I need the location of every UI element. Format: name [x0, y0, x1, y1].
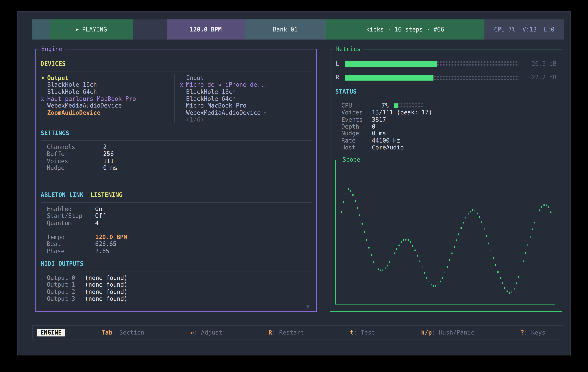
- device-label: WebexMediaAudioDevice: [47, 102, 122, 109]
- scope-dot: [509, 292, 510, 294]
- input-device-item[interactable]: BlackHole 16ch: [179, 89, 312, 95]
- output-list-header[interactable]: >Output: [41, 74, 174, 81]
- meter-track: [345, 61, 519, 67]
- scope-dot: [479, 216, 480, 218]
- input-device-item[interactable]: WebexMediaAudioDevice▼: [179, 109, 312, 116]
- row-label: Output 0: [47, 274, 85, 282]
- pattern-display[interactable]: kicks · 16 steps · #66: [326, 19, 484, 40]
- scope-dot: [426, 277, 427, 279]
- scope-dot: [343, 201, 344, 203]
- shortcut-action: : Keys: [524, 329, 546, 336]
- device-label: WebexMediaAudioDevice: [186, 109, 261, 116]
- shortcut-key: R: [268, 329, 272, 336]
- input-list-header[interactable]: Input: [179, 74, 312, 81]
- device-label: BlackHole 16ch: [186, 89, 236, 95]
- top-bar: ▶PLAYING 120.0 BPM Bank 01 kicks · 16 st…: [32, 19, 564, 40]
- transport-status[interactable]: ▶PLAYING: [50, 19, 133, 40]
- scope-dot: [541, 206, 542, 208]
- bpm-display[interactable]: 120.0 BPM: [167, 19, 245, 40]
- scope-dot: [539, 210, 540, 211]
- scope-dot: [385, 267, 386, 269]
- shortcut-hint: R: Restart: [268, 329, 304, 336]
- scope-dot: [403, 239, 404, 241]
- scope-dot: [488, 242, 489, 244]
- divider: [41, 71, 312, 71]
- cpu-value: 7%: [372, 102, 388, 109]
- scope-dot: [470, 211, 471, 212]
- play-icon: ▶: [76, 27, 79, 32]
- row-value: 2.65: [95, 248, 109, 255]
- status-header: STATUS: [335, 88, 556, 95]
- link-row: Quantum4: [41, 220, 312, 227]
- midi-output-row: Output 3(none found): [41, 295, 312, 302]
- dropdown-caret-icon[interactable]: ▼: [264, 110, 266, 115]
- metrics-panel: Metrics L-20.9 dB R-22.2 dB STATUS CPU7%…: [330, 49, 562, 312]
- cpu-meter-fill: [394, 103, 398, 108]
- input-device-item[interactable]: Micro MacBook Pro: [179, 102, 312, 109]
- meter-db-value: -22.2 dB: [528, 74, 556, 81]
- status-section: STATUS CPU7% Voices13/111 (peak: 17)Even…: [335, 88, 556, 151]
- device-marker: x: [179, 81, 186, 89]
- engine-panel-title: Engine: [39, 46, 64, 52]
- settings-row: Channels2: [41, 144, 312, 151]
- device-label: BlackHole 64ch: [186, 95, 236, 102]
- scope-dot: [364, 231, 365, 233]
- row-value: 256: [103, 151, 114, 158]
- scope-dot: [389, 261, 390, 263]
- scope-dot: [378, 268, 379, 270]
- status-rows: CPU7% Voices13/111 (peak: 17)Events3817D…: [335, 102, 556, 151]
- scope-dot: [406, 239, 406, 240]
- scope-dot: [348, 188, 349, 190]
- output-device-item[interactable]: ZoomAudioDevice: [41, 109, 174, 116]
- row-label: Output 3: [47, 295, 85, 302]
- shortcut-action: : Test: [354, 329, 375, 336]
- scope-waveform: [336, 160, 555, 304]
- scope-dot: [421, 266, 422, 268]
- scope-dot: [435, 285, 436, 287]
- meter-channel-label: L: [336, 60, 345, 67]
- device-label: Micro MacBook Pro: [186, 102, 246, 109]
- level-meter-right: R-22.2 dB: [336, 73, 556, 82]
- input-device-item[interactable]: BlackHole 64ch: [179, 95, 312, 102]
- bank-display[interactable]: Bank 01: [245, 19, 326, 40]
- tempo-row: Tempo120.0 BPM: [41, 234, 312, 241]
- shortcut-hint: t: Test: [350, 329, 375, 336]
- divider: [335, 99, 556, 99]
- scroll-down-icon[interactable]: ▼: [306, 304, 309, 310]
- scope-dot: [511, 291, 512, 293]
- device-marker: x: [41, 95, 47, 102]
- scope-dot: [507, 291, 508, 292]
- devices-section: DEVICES >Output BlackHole 16chBlackHole …: [41, 60, 312, 123]
- level-meter-left: L-20.9 dB: [336, 60, 556, 68]
- output-device-item[interactable]: BlackHole 16ch: [41, 81, 174, 88]
- scope-dot: [497, 271, 498, 273]
- output-device-item[interactable]: xHaut-parleurs MacBook Pro: [41, 95, 174, 102]
- row-label: Host: [341, 144, 372, 151]
- link-row: Start/StopOff: [41, 212, 312, 220]
- output-device-item[interactable]: WebexMediaAudioDevice: [41, 102, 174, 109]
- status-row-cpu: CPU7%: [335, 102, 556, 109]
- output-device-item[interactable]: BlackHole 64ch: [41, 89, 174, 95]
- divider: [41, 202, 312, 203]
- scope-dot: [544, 204, 545, 206]
- terminal-stage: ▶PLAYING 120.0 BPM Bank 01 kicks · 16 st…: [0, 0, 588, 372]
- row-value: (none found): [85, 274, 127, 282]
- engine-panel: Engine DEVICES >Output BlackHole 16chBla…: [35, 49, 317, 312]
- row-label: Nudge: [47, 165, 103, 171]
- input-device-item[interactable]: xMicro de « iPhone de...: [179, 81, 312, 88]
- row-label: Beat: [47, 241, 95, 248]
- scope-dot: [456, 240, 457, 241]
- row-label: Tempo: [47, 234, 95, 241]
- shortcut-action: : Adjust: [194, 329, 222, 336]
- divider: [41, 271, 312, 271]
- scope-dot: [362, 223, 363, 225]
- mode-badge: ENGINE: [37, 329, 65, 336]
- row-label: Output 2: [47, 288, 85, 295]
- meter-fill: [345, 75, 433, 80]
- scope-dot: [491, 250, 492, 251]
- row-value: 626.65: [95, 241, 116, 248]
- row-label: Voices: [341, 109, 372, 116]
- device-label: BlackHole 64ch: [47, 89, 97, 95]
- input-device-list: Input xMicro de « iPhone de...BlackHole …: [174, 74, 312, 123]
- status-row: Voices13/111 (peak: 17): [335, 109, 556, 116]
